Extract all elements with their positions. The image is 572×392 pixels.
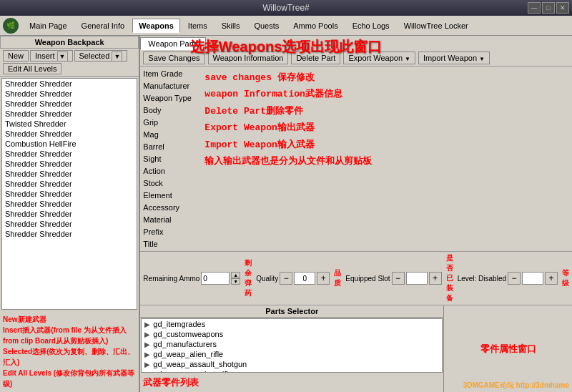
equipped-input[interactable]: [406, 272, 428, 285]
field-label: Manufacturer: [143, 80, 200, 92]
insert-button[interactable]: Insert ▼: [30, 50, 73, 62]
expand-icon: ▶: [144, 351, 150, 358]
ann-import: Import Weapon输入武器: [204, 137, 568, 153]
save-changes-button[interactable]: Save Changes: [143, 52, 204, 64]
ann-insert: Insert插入武器(from file 为从文件插入: [3, 325, 136, 335]
main-content: Weapon Backpack New Insert ▼ Selected ▼ …: [0, 36, 572, 392]
ann-level: 等级: [562, 268, 569, 288]
equipped-label: Equipped Slot: [345, 275, 390, 283]
ann-insert2: from clip Board从从剪贴板插入): [3, 335, 136, 346]
quality-label: Quality: [256, 275, 278, 283]
menu-tab-main-page[interactable]: Main Page: [23, 19, 74, 33]
weapon-list-item[interactable]: Shredder Shredder: [2, 179, 137, 189]
remaining-ammo-up[interactable]: ▲: [231, 272, 240, 278]
field-label: Barrel: [143, 141, 200, 152]
equipped-plus[interactable]: +: [429, 272, 442, 285]
parts-props-annotation: 零件属性窗口: [475, 337, 542, 361]
window-controls: — □ ✕: [528, 2, 569, 14]
import-dropdown[interactable]: ▼: [479, 56, 485, 62]
minimize-button[interactable]: —: [528, 2, 541, 14]
quality-input[interactable]: [294, 272, 315, 285]
new-button[interactable]: New: [3, 50, 29, 62]
level-group: Level: Disabled − +: [458, 272, 558, 285]
expand-icon: ▶: [144, 361, 150, 368]
part-label: gd_weap_alien_rifle: [153, 350, 223, 358]
action-annotations: save changes 保存修改 weapon Information武器信息…: [203, 68, 569, 250]
weapon-list-item[interactable]: Shredder Shredder: [2, 159, 137, 169]
weapon-list-item[interactable]: Shredder Shredder: [2, 209, 137, 219]
field-label: Action: [143, 165, 200, 177]
field-label: Item Grade: [143, 68, 200, 79]
weapon-list-item[interactable]: Shredder Shredder: [2, 219, 137, 229]
quality-plus[interactable]: +: [317, 272, 330, 285]
ann-delete: Delete Part删除零件: [204, 103, 568, 119]
equipped-minus[interactable]: −: [392, 272, 405, 285]
part-list-item[interactable]: ▶gd_manufacturers: [142, 339, 442, 349]
menu-tab-willowtree-locker[interactable]: WillowTree Locker: [398, 19, 475, 33]
weapon-list-item[interactable]: Shredder Shredder: [2, 109, 137, 119]
right-panel: Weapon Parts Save Changes Weapon Informa…: [140, 36, 572, 392]
weapon-list-item[interactable]: Shredder Shredder: [2, 169, 137, 179]
weapon-list-item[interactable]: Shredder Shredder: [2, 129, 137, 139]
insert-dropdown[interactable]: ▼: [57, 52, 68, 62]
remaining-ammo-group: Remaining Ammo ▲ ▼: [143, 272, 240, 285]
menu-tab-weapons[interactable]: Weapons: [132, 19, 180, 33]
part-list-item[interactable]: ▶gd_weap_combat_rifle: [142, 369, 442, 373]
weapon-list-item[interactable]: Shredder Shredder: [2, 89, 137, 99]
menu-tab-skills[interactable]: Skills: [215, 19, 247, 33]
parts-area: Parts Selector ▶gd_itemgrades▶gd_customw…: [140, 305, 572, 392]
selected-dropdown[interactable]: ▼: [112, 52, 122, 62]
parts-list[interactable]: ▶gd_itemgrades▶gd_customweapons▶gd_manuf…: [141, 318, 443, 373]
export-weapon-button[interactable]: Export Weapon ▼: [343, 52, 415, 64]
menu-tab-ammo-pools[interactable]: Ammo Pools: [287, 19, 344, 33]
import-weapon-button[interactable]: Import Weapon ▼: [418, 52, 490, 64]
weapon-list-item[interactable]: Shredder Shredder: [2, 199, 137, 209]
weapon-info-button[interactable]: Weapon Information: [208, 52, 289, 64]
remaining-ammo-label: Remaining Ammo: [143, 275, 199, 283]
parts-list-annotation: 武器零件列表: [140, 373, 443, 392]
edit-all-levels-button[interactable]: Edit All Levels: [3, 63, 61, 74]
field-label: Sight: [143, 153, 200, 165]
part-list-item[interactable]: ▶gd_customweapons: [142, 329, 442, 339]
quality-minus[interactable]: −: [280, 272, 292, 285]
weapon-list-item[interactable]: Shredder Shredder: [2, 149, 137, 159]
maximize-button[interactable]: □: [542, 2, 555, 14]
weapon-list-item[interactable]: Combustion HellFire: [2, 139, 137, 149]
quality-group: Quality − +: [256, 272, 330, 285]
watermark: 3DMGAME论坛 http://3dmhame: [463, 381, 569, 391]
level-minus[interactable]: −: [508, 272, 521, 285]
weapon-list-item[interactable]: Shredder Shredder: [2, 79, 137, 89]
part-list-item[interactable]: ▶gd_weap_assault_shotgun: [142, 359, 442, 369]
selected-button[interactable]: Selected ▼: [74, 50, 128, 62]
field-label: Grip: [143, 117, 200, 128]
part-list-item[interactable]: ▶gd_weap_alien_rifle: [142, 349, 442, 359]
weapon-list-item[interactable]: Shredder Shredder: [2, 229, 137, 239]
tab-weapon-parts[interactable]: Weapon Parts: [140, 37, 206, 50]
level-input[interactable]: [522, 272, 543, 285]
menu-tab-general-info[interactable]: General Info: [75, 19, 132, 33]
part-list-item[interactable]: ▶gd_itemgrades: [142, 319, 442, 329]
weapon-list-item[interactable]: Shredder Shredder: [2, 189, 137, 199]
menu-tab-quests[interactable]: Quests: [247, 19, 285, 33]
menu-tab-items[interactable]: Items: [182, 19, 214, 33]
remaining-ammo-down[interactable]: ▼: [231, 278, 240, 285]
expand-icon: ▶: [144, 330, 150, 338]
export-dropdown[interactable]: ▼: [405, 56, 410, 62]
ann-save: save changes 保存修改: [204, 69, 568, 86]
delete-part-button[interactable]: Delete Part: [291, 52, 340, 64]
weapon-list-item[interactable]: Shredder Shredder: [2, 99, 137, 109]
left-toolbar: New Insert ▼ Selected ▼ Edit All Levels: [0, 49, 139, 77]
ann-selected: Selected选择(依次为复制、删除、汇出、汇入): [3, 346, 136, 368]
menu-tab-echo-logs[interactable]: Echo Logs: [346, 19, 396, 33]
window-title: WillowTree#: [262, 3, 310, 13]
field-label: Mag: [143, 129, 200, 140]
expand-icon: ▶: [144, 320, 150, 328]
remaining-ammo-input[interactable]: [201, 272, 230, 285]
weapon-list-item[interactable]: Twisted Shredder: [2, 119, 137, 129]
part-label: gd_itemgrades: [153, 320, 205, 328]
level-plus[interactable]: +: [545, 272, 558, 285]
level-label: Level: Disabled: [458, 275, 506, 283]
weapons-list[interactable]: Shredder ShredderShredder ShredderShredd…: [1, 78, 137, 310]
parts-props-panel: 零件属性窗口: [443, 305, 572, 392]
close-button[interactable]: ✕: [556, 2, 569, 14]
